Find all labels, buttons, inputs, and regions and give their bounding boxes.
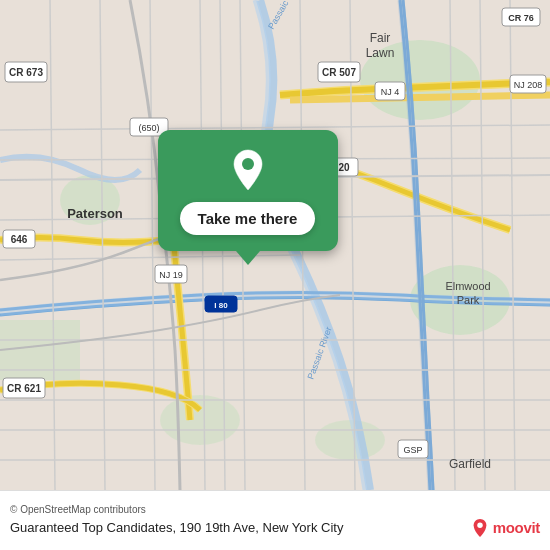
svg-text:CR 76: CR 76 [508, 13, 534, 23]
svg-text:20: 20 [338, 162, 350, 173]
bottom-bar: © OpenStreetMap contributors Guaranteed … [0, 490, 550, 550]
svg-text:Fair: Fair [370, 31, 391, 45]
svg-text:CR 621: CR 621 [7, 383, 41, 394]
svg-text:I 80: I 80 [214, 301, 228, 310]
svg-point-60 [242, 158, 254, 170]
location-popup: Take me there [155, 130, 340, 251]
svg-point-5 [160, 395, 240, 445]
svg-text:NJ 4: NJ 4 [381, 87, 400, 97]
svg-text:Paterson: Paterson [67, 206, 123, 221]
svg-text:646: 646 [11, 234, 28, 245]
svg-rect-4 [0, 320, 80, 380]
svg-text:GSP: GSP [403, 445, 422, 455]
attribution: © OpenStreetMap contributors [10, 504, 540, 515]
svg-point-6 [315, 420, 385, 460]
attribution-text: © OpenStreetMap contributors [10, 504, 146, 515]
popup-card: Take me there [158, 130, 338, 251]
moovit-pin-icon [471, 518, 489, 538]
moovit-logo: moovit [471, 518, 540, 538]
svg-text:CR 507: CR 507 [322, 67, 356, 78]
address-text: Guaranteed Top Candidates, 190 19th Ave,… [10, 520, 471, 535]
svg-text:Park: Park [457, 294, 480, 306]
take-me-there-button[interactable]: Take me there [180, 202, 316, 235]
svg-text:NJ 19: NJ 19 [159, 270, 183, 280]
svg-text:CR 673: CR 673 [9, 67, 43, 78]
map-area: CR 673 (650) CR 507 CR 76 NJ 208 NJ 4 20… [0, 0, 550, 490]
svg-text:Garfield: Garfield [449, 457, 491, 471]
svg-text:Lawn: Lawn [366, 46, 395, 60]
svg-text:NJ 208: NJ 208 [514, 80, 543, 90]
moovit-text: moovit [493, 519, 540, 536]
location-pin-icon [229, 148, 267, 192]
svg-text:Elmwood: Elmwood [445, 280, 490, 292]
svg-point-61 [477, 522, 482, 527]
address-line: Guaranteed Top Candidates, 190 19th Ave,… [10, 518, 540, 538]
